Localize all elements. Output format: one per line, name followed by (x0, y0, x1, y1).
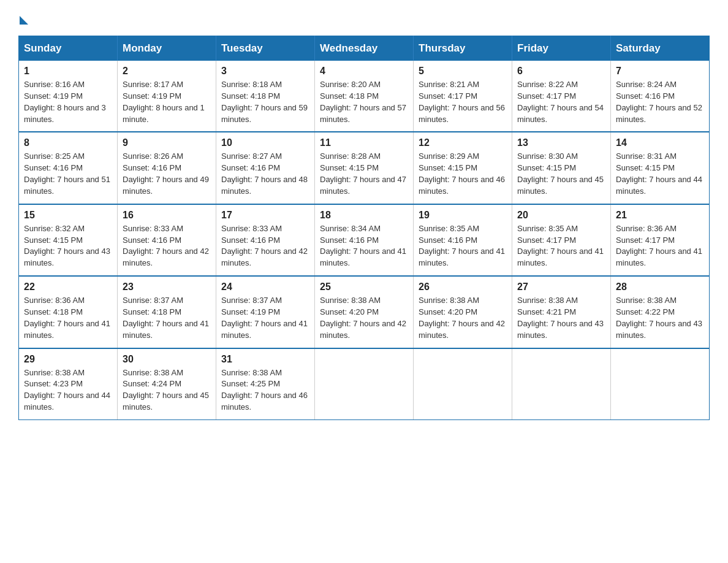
day-number: 24 (221, 282, 309, 293)
day-of-week-header: Monday (118, 36, 216, 61)
day-info: Sunrise: 8:38 AMSunset: 4:24 PMDaylight:… (123, 367, 211, 413)
day-info: Sunrise: 8:38 AMSunset: 4:25 PMDaylight:… (221, 367, 309, 413)
calendar-day-cell: 5 Sunrise: 8:21 AMSunset: 4:17 PMDayligh… (414, 61, 512, 132)
logo-triangle-icon (20, 16, 28, 25)
calendar-day-cell: 16 Sunrise: 8:33 AMSunset: 4:16 PMDaylig… (118, 204, 216, 276)
calendar-day-cell: 10 Sunrise: 8:27 AMSunset: 4:16 PMDaylig… (216, 132, 315, 204)
day-info: Sunrise: 8:22 AMSunset: 4:17 PMDaylight:… (517, 79, 605, 125)
day-info: Sunrise: 8:35 AMSunset: 4:17 PMDaylight:… (517, 223, 605, 269)
day-number: 9 (123, 137, 211, 148)
calendar-day-cell: 2 Sunrise: 8:17 AMSunset: 4:19 PMDayligh… (118, 61, 216, 132)
day-number: 4 (320, 66, 408, 77)
calendar-day-cell: 6 Sunrise: 8:22 AMSunset: 4:17 PMDayligh… (512, 61, 611, 132)
calendar-day-cell: 29 Sunrise: 8:38 AMSunset: 4:23 PMDaylig… (19, 348, 118, 420)
calendar-day-cell: 21 Sunrise: 8:36 AMSunset: 4:17 PMDaylig… (611, 204, 710, 276)
logo (18, 12, 28, 25)
day-info: Sunrise: 8:36 AMSunset: 4:17 PMDaylight:… (616, 223, 704, 269)
calendar-week-row: 22 Sunrise: 8:36 AMSunset: 4:18 PMDaylig… (19, 276, 710, 348)
day-info: Sunrise: 8:35 AMSunset: 4:16 PMDaylight:… (419, 223, 507, 269)
calendar-day-cell: 25 Sunrise: 8:38 AMSunset: 4:20 PMDaylig… (315, 276, 414, 348)
day-number: 20 (517, 210, 605, 221)
day-info: Sunrise: 8:30 AMSunset: 4:15 PMDaylight:… (517, 151, 605, 197)
calendar-day-cell (611, 348, 710, 420)
day-of-week-header: Saturday (611, 36, 710, 61)
calendar-header-row: SundayMondayTuesdayWednesdayThursdayFrid… (19, 36, 710, 61)
calendar-day-cell: 23 Sunrise: 8:37 AMSunset: 4:18 PMDaylig… (118, 276, 216, 348)
calendar-week-row: 29 Sunrise: 8:38 AMSunset: 4:23 PMDaylig… (19, 348, 710, 420)
day-number: 23 (123, 282, 211, 293)
day-number: 3 (221, 66, 309, 77)
day-number: 12 (419, 137, 507, 148)
calendar-day-cell: 30 Sunrise: 8:38 AMSunset: 4:24 PMDaylig… (118, 348, 216, 420)
day-number: 1 (24, 66, 112, 77)
calendar-day-cell: 13 Sunrise: 8:30 AMSunset: 4:15 PMDaylig… (512, 132, 611, 204)
day-number: 15 (24, 210, 112, 221)
calendar-day-cell: 1 Sunrise: 8:16 AMSunset: 4:19 PMDayligh… (19, 61, 118, 132)
day-info: Sunrise: 8:34 AMSunset: 4:16 PMDaylight:… (320, 223, 408, 269)
day-info: Sunrise: 8:37 AMSunset: 4:19 PMDaylight:… (221, 295, 309, 341)
day-number: 26 (419, 282, 507, 293)
day-info: Sunrise: 8:16 AMSunset: 4:19 PMDaylight:… (24, 79, 112, 125)
day-info: Sunrise: 8:18 AMSunset: 4:18 PMDaylight:… (221, 79, 309, 125)
day-info: Sunrise: 8:38 AMSunset: 4:23 PMDaylight:… (24, 367, 112, 413)
day-number: 29 (24, 354, 112, 365)
day-number: 6 (517, 66, 605, 77)
day-number: 11 (320, 137, 408, 148)
day-number: 2 (123, 66, 211, 77)
day-number: 28 (616, 282, 704, 293)
day-number: 19 (419, 210, 507, 221)
calendar-day-cell (315, 348, 414, 420)
day-info: Sunrise: 8:33 AMSunset: 4:16 PMDaylight:… (123, 223, 211, 269)
calendar-day-cell: 19 Sunrise: 8:35 AMSunset: 4:16 PMDaylig… (414, 204, 512, 276)
day-info: Sunrise: 8:33 AMSunset: 4:16 PMDaylight:… (221, 223, 309, 269)
day-info: Sunrise: 8:32 AMSunset: 4:15 PMDaylight:… (24, 223, 112, 269)
day-number: 14 (616, 137, 704, 148)
calendar-day-cell: 12 Sunrise: 8:29 AMSunset: 4:15 PMDaylig… (414, 132, 512, 204)
day-number: 18 (320, 210, 408, 221)
day-number: 5 (419, 66, 507, 77)
day-of-week-header: Friday (512, 36, 611, 61)
day-info: Sunrise: 8:37 AMSunset: 4:18 PMDaylight:… (123, 295, 211, 341)
calendar-day-cell: 28 Sunrise: 8:38 AMSunset: 4:22 PMDaylig… (611, 276, 710, 348)
calendar-day-cell: 15 Sunrise: 8:32 AMSunset: 4:15 PMDaylig… (19, 204, 118, 276)
day-number: 21 (616, 210, 704, 221)
day-info: Sunrise: 8:29 AMSunset: 4:15 PMDaylight:… (419, 151, 507, 197)
day-of-week-header: Tuesday (216, 36, 315, 61)
day-of-week-header: Sunday (19, 36, 118, 61)
day-info: Sunrise: 8:38 AMSunset: 4:22 PMDaylight:… (616, 295, 704, 341)
calendar-day-cell: 14 Sunrise: 8:31 AMSunset: 4:15 PMDaylig… (611, 132, 710, 204)
calendar-day-cell: 7 Sunrise: 8:24 AMSunset: 4:16 PMDayligh… (611, 61, 710, 132)
calendar-day-cell: 27 Sunrise: 8:38 AMSunset: 4:21 PMDaylig… (512, 276, 611, 348)
calendar-week-row: 1 Sunrise: 8:16 AMSunset: 4:19 PMDayligh… (19, 61, 710, 132)
day-info: Sunrise: 8:17 AMSunset: 4:19 PMDaylight:… (123, 79, 211, 125)
day-number: 22 (24, 282, 112, 293)
day-info: Sunrise: 8:31 AMSunset: 4:15 PMDaylight:… (616, 151, 704, 197)
day-info: Sunrise: 8:28 AMSunset: 4:15 PMDaylight:… (320, 151, 408, 197)
day-number: 10 (221, 137, 309, 148)
calendar-day-cell: 3 Sunrise: 8:18 AMSunset: 4:18 PMDayligh… (216, 61, 315, 132)
day-info: Sunrise: 8:38 AMSunset: 4:20 PMDaylight:… (320, 295, 408, 341)
day-of-week-header: Thursday (414, 36, 512, 61)
day-number: 7 (616, 66, 704, 77)
calendar-day-cell: 9 Sunrise: 8:26 AMSunset: 4:16 PMDayligh… (118, 132, 216, 204)
calendar-day-cell: 11 Sunrise: 8:28 AMSunset: 4:15 PMDaylig… (315, 132, 414, 204)
calendar-day-cell (414, 348, 512, 420)
calendar-day-cell: 26 Sunrise: 8:38 AMSunset: 4:20 PMDaylig… (414, 276, 512, 348)
day-info: Sunrise: 8:38 AMSunset: 4:20 PMDaylight:… (419, 295, 507, 341)
day-number: 17 (221, 210, 309, 221)
calendar-day-cell: 22 Sunrise: 8:36 AMSunset: 4:18 PMDaylig… (19, 276, 118, 348)
day-info: Sunrise: 8:27 AMSunset: 4:16 PMDaylight:… (221, 151, 309, 197)
day-number: 25 (320, 282, 408, 293)
day-info: Sunrise: 8:38 AMSunset: 4:21 PMDaylight:… (517, 295, 605, 341)
day-number: 8 (24, 137, 112, 148)
day-number: 27 (517, 282, 605, 293)
day-number: 16 (123, 210, 211, 221)
day-info: Sunrise: 8:25 AMSunset: 4:16 PMDaylight:… (24, 151, 112, 197)
day-info: Sunrise: 8:26 AMSunset: 4:16 PMDaylight:… (123, 151, 211, 197)
calendar-day-cell: 24 Sunrise: 8:37 AMSunset: 4:19 PMDaylig… (216, 276, 315, 348)
calendar-day-cell: 31 Sunrise: 8:38 AMSunset: 4:25 PMDaylig… (216, 348, 315, 420)
day-info: Sunrise: 8:20 AMSunset: 4:18 PMDaylight:… (320, 79, 408, 125)
day-number: 13 (517, 137, 605, 148)
day-info: Sunrise: 8:36 AMSunset: 4:18 PMDaylight:… (24, 295, 112, 341)
day-number: 31 (221, 354, 309, 365)
